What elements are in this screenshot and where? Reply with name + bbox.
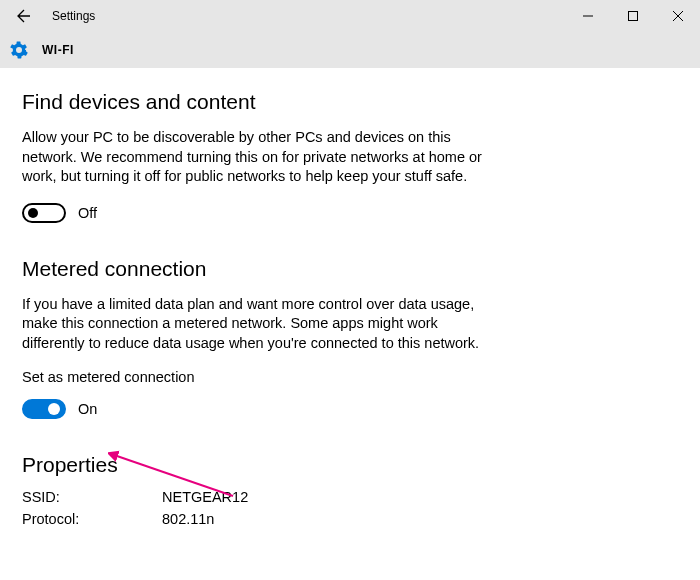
window-controls <box>565 0 700 32</box>
minimize-icon <box>583 11 593 21</box>
page-header: WI-FI <box>0 32 700 68</box>
property-key: SSID: <box>22 489 162 505</box>
close-icon <box>673 11 683 21</box>
content-area: Find devices and content Allow your PC t… <box>0 68 700 527</box>
maximize-icon <box>628 11 638 21</box>
metered-toggle[interactable] <box>22 399 66 419</box>
svg-rect-0 <box>628 12 637 21</box>
property-value: 802.11n <box>162 511 214 527</box>
metered-heading: Metered connection <box>22 257 678 281</box>
close-button[interactable] <box>655 0 700 32</box>
properties-heading: Properties <box>22 453 678 477</box>
metered-toggle-label: On <box>78 401 97 417</box>
find-devices-toggle-row: Off <box>22 203 678 223</box>
minimize-button[interactable] <box>565 0 610 32</box>
find-devices-heading: Find devices and content <box>22 90 678 114</box>
find-devices-toggle[interactable] <box>22 203 66 223</box>
maximize-button[interactable] <box>610 0 655 32</box>
back-arrow-icon <box>16 8 32 24</box>
back-button[interactable] <box>8 0 40 32</box>
find-devices-toggle-label: Off <box>78 205 97 221</box>
property-key: Protocol: <box>22 511 162 527</box>
find-devices-description: Allow your PC to be discoverable by othe… <box>22 128 482 187</box>
titlebar: Settings <box>0 0 700 32</box>
metered-setting-label: Set as metered connection <box>22 369 678 385</box>
gear-icon <box>10 41 28 59</box>
window-title: Settings <box>52 9 95 23</box>
page-title: WI-FI <box>42 43 74 57</box>
metered-description: If you have a limited data plan and want… <box>22 295 482 354</box>
property-value: NETGEAR12 <box>162 489 248 505</box>
properties-table: SSID: NETGEAR12 Protocol: 802.11n <box>22 489 678 527</box>
metered-toggle-row: On <box>22 399 678 419</box>
property-row: SSID: NETGEAR12 <box>22 489 678 505</box>
property-row: Protocol: 802.11n <box>22 511 678 527</box>
